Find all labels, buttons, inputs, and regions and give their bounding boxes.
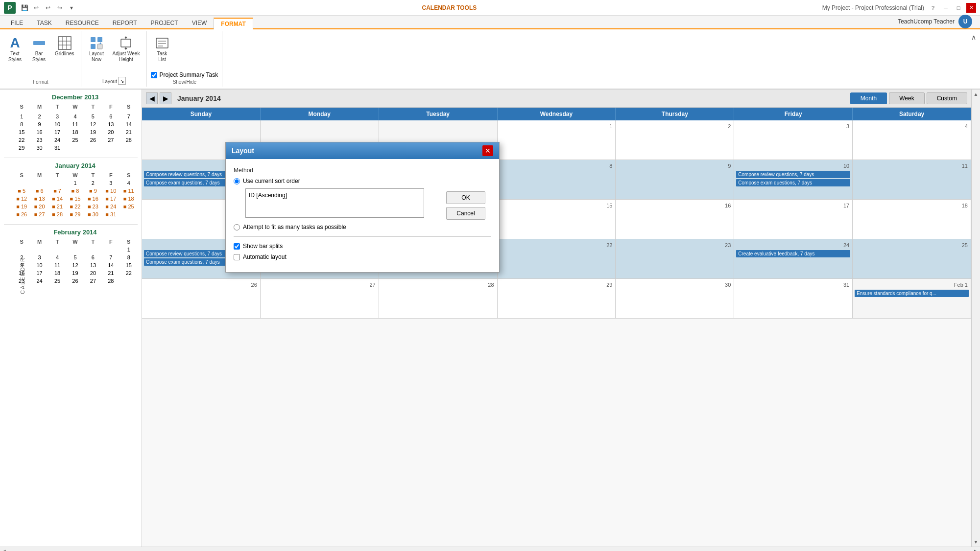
layout-now-button[interactable]: LayoutNow <box>85 33 107 65</box>
prev-month-button[interactable]: ◀ <box>146 92 158 104</box>
day-jan3[interactable]: 3 <box>734 120 853 160</box>
view-tabs-bar: ◀ ▶ January 2014 Month Week Custom <box>142 90 971 108</box>
day-jan2[interactable]: 2 <box>616 120 734 160</box>
right-scrollbar[interactable]: ▲ ▼ <box>971 90 980 547</box>
bar-styles-label: BarStyles <box>32 51 46 63</box>
day-jan8[interactable]: 8 <box>498 160 616 199</box>
dialog-close-button[interactable]: ✕ <box>482 145 493 156</box>
show-bar-splits-checkbox[interactable] <box>234 243 240 250</box>
scroll-left-icon[interactable]: ◀ <box>0 549 8 551</box>
task-create-feedback-24[interactable]: Create evaluative feedback, 7 days <box>736 250 850 257</box>
dropdown-icon[interactable]: ▾ <box>67 3 76 13</box>
collapse-ribbon-button[interactable]: ∧ <box>967 31 980 43</box>
radio-current-sort-input[interactable] <box>234 178 240 184</box>
minimize-button[interactable]: ─ <box>941 3 951 13</box>
method-label: Method <box>234 167 491 174</box>
day-jan26[interactable]: 26 <box>142 279 261 318</box>
day-jan29[interactable]: 29 <box>498 279 616 318</box>
task-list-button[interactable]: TaskList <box>151 33 173 65</box>
checkbox-auto-layout: Automatic layout <box>234 253 491 260</box>
show-bar-splits-label[interactable]: Show bar splits <box>243 243 283 250</box>
bar-styles-button[interactable]: BarStyles <box>28 33 50 65</box>
day-jan25[interactable]: 25 <box>853 239 971 278</box>
auto-layout-label[interactable]: Automatic layout <box>243 253 287 260</box>
day-jan30[interactable]: 30 <box>616 279 734 318</box>
day-jan17[interactable]: 17 <box>734 200 853 239</box>
day-jan18[interactable]: 18 <box>853 200 971 239</box>
radio-use-current-sort: Use current sort order <box>234 178 491 184</box>
day-jan27[interactable]: 27 <box>261 279 379 318</box>
svg-rect-6 <box>91 37 96 42</box>
sort-order-field[interactable]: ID [Ascending] <box>245 188 424 218</box>
redo-icon[interactable]: ↪ <box>55 3 65 13</box>
cancel-button[interactable]: Cancel <box>446 207 485 220</box>
task-compose-review-fri[interactable]: Compose review questions, 7 days <box>736 171 850 178</box>
maximize-button[interactable]: □ <box>954 3 963 13</box>
svg-rect-9 <box>97 44 102 49</box>
day-feb1[interactable]: Feb 1 Ensure standards compliance for q.… <box>853 279 971 318</box>
tab-resource[interactable]: RESOURCE <box>59 18 106 28</box>
scroll-up-icon[interactable]: ▲ <box>974 92 979 97</box>
december-2013-title: December 2013 <box>13 93 138 101</box>
help-icon[interactable]: ? <box>928 3 938 13</box>
next-month-button[interactable]: ▶ <box>160 92 171 104</box>
window-controls: ? ─ □ ✕ <box>928 3 976 13</box>
scroll-right-icon[interactable]: ▶ <box>972 549 980 551</box>
radio-fit-tasks-input[interactable] <box>234 224 240 230</box>
radio-fit-tasks-label[interactable]: Attempt to fit as many tasks as possible <box>243 224 346 230</box>
auto-layout-checkbox[interactable] <box>234 254 240 260</box>
user-avatar: U <box>958 15 972 28</box>
project-summary-checkbox[interactable] <box>151 72 157 78</box>
title-bar: P 💾 ↩ ↩ ↪ ▾ CALENDAR TOOLS My Project - … <box>0 0 980 16</box>
bottom-scrollbar[interactable]: ◀ ▶ <box>0 547 980 551</box>
task-compose-exam-fri[interactable]: Compose exam questions, 7 days <box>736 179 850 186</box>
day-jan28[interactable]: 28 <box>379 279 498 318</box>
week-row-5: 26 27 28 29 30 31 Feb 1 Ensure standards… <box>142 279 971 319</box>
layout-group-arrow[interactable]: ↘ <box>118 77 126 85</box>
svg-rect-1 <box>58 37 71 49</box>
tab-custom[interactable]: Custom <box>927 92 967 104</box>
day-jan11[interactable]: 11 <box>853 160 971 199</box>
tab-format[interactable]: FORMAT <box>214 18 253 29</box>
tab-project[interactable]: PROJECT <box>144 18 185 28</box>
day-jan22[interactable]: 22 <box>498 239 616 278</box>
showhide-group-label: Show/Hide <box>173 79 196 85</box>
adjust-week-height-label: Adjust WeekHeight <box>112 51 140 63</box>
tab-report[interactable]: REPORT <box>106 18 144 28</box>
ribbon-content: A TextStyles BarStyles Gridlines Format <box>0 29 980 90</box>
tab-task[interactable]: TASK <box>30 18 58 28</box>
tab-file[interactable]: FILE <box>4 18 30 28</box>
day-jan31[interactable]: 31 <box>734 279 853 318</box>
ribbon-group-layout: LayoutNow Adjust WeekHeight Layout ↘ <box>81 31 147 87</box>
day-jan24[interactable]: 24 Create evaluative feedback, 7 days <box>734 239 853 278</box>
project-summary-label[interactable]: Project Summary Task <box>159 71 218 78</box>
day-jan10[interactable]: 10 Compose review questions, 7 days Comp… <box>734 160 853 199</box>
day-jan15[interactable]: 15 <box>498 200 616 239</box>
adjust-week-height-button[interactable]: Adjust WeekHeight <box>109 33 143 65</box>
header-saturday: Saturday <box>853 108 971 120</box>
undo-arrow-icon[interactable]: ↩ <box>43 3 53 13</box>
header-monday: Monday <box>261 108 379 120</box>
ok-button[interactable]: OK <box>446 191 485 204</box>
save-icon[interactable]: 💾 <box>20 3 29 13</box>
day-jan9[interactable]: 9 <box>616 160 734 199</box>
gridlines-button[interactable]: Gridlines <box>52 33 77 59</box>
tab-view[interactable]: VIEW <box>185 18 214 28</box>
undo-icon[interactable]: ↩ <box>31 3 41 13</box>
day-jan1[interactable]: 1 <box>498 120 616 160</box>
day-jan23[interactable]: 23 <box>616 239 734 278</box>
text-styles-button[interactable]: A TextStyles <box>4 33 26 65</box>
adjust-week-height-icon <box>118 35 134 51</box>
calendar-vertical-label: CALENDAR <box>20 257 25 294</box>
task-list-label: TaskList <box>157 51 167 63</box>
bar-styles-icon <box>31 35 47 51</box>
scroll-down-icon[interactable]: ▼ <box>974 539 979 545</box>
close-button[interactable]: ✕ <box>966 3 976 13</box>
day-jan4[interactable]: 4 <box>853 120 971 160</box>
day-jan16[interactable]: 16 <box>616 200 734 239</box>
task-ensure-standards[interactable]: Ensure standards compliance for q... <box>855 290 969 297</box>
svg-rect-15 <box>156 38 168 48</box>
radio-current-sort-label[interactable]: Use current sort order <box>243 178 300 184</box>
tab-month[interactable]: Month <box>850 92 887 104</box>
tab-week[interactable]: Week <box>889 92 924 104</box>
